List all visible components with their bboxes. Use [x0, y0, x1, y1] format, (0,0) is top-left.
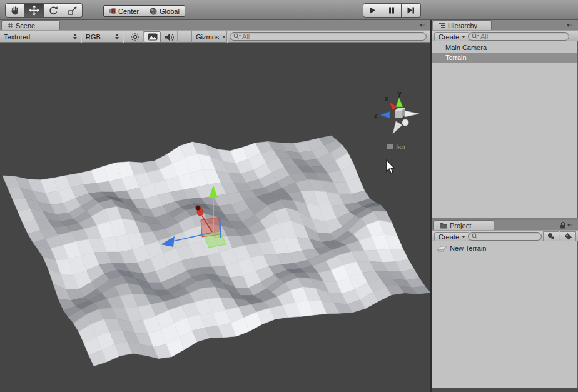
scene-tab[interactable]: Scene	[1, 20, 60, 30]
svg-text:x: x	[385, 95, 388, 102]
search-icon	[472, 33, 479, 39]
scene-view-toolbar: Textured RGB Gizmos	[0, 30, 430, 43]
main-toolbar: Center Global	[0, 0, 578, 20]
hierarchy-tab[interactable]: Hierarchy	[433, 20, 492, 30]
globe-icon	[150, 8, 157, 15]
caret-down-icon	[222, 36, 226, 38]
unity-editor-window: Center Global	[0, 0, 578, 392]
move-tool-button[interactable]	[24, 3, 44, 18]
mouse-cursor	[386, 159, 395, 174]
pause-button[interactable]	[382, 3, 402, 18]
projection-mode-indicator[interactable]: Iso	[387, 143, 405, 151]
grid-icon	[8, 23, 13, 28]
projection-mode-label: Iso	[396, 143, 405, 151]
hierarchy-content: Main Camera Terrain	[432, 41, 578, 218]
move-icon	[29, 5, 39, 16]
hierarchy-toolbar: Create All	[432, 30, 578, 41]
hand-tool-button[interactable]	[5, 3, 24, 18]
gizmos-label: Gizmos	[196, 33, 219, 41]
scale-icon	[68, 6, 78, 16]
pause-icon	[388, 7, 395, 14]
project-panel-menu-icon[interactable]: ▾≡	[567, 222, 572, 228]
sun-icon	[131, 33, 139, 41]
hierarchy-create-button[interactable]: Create	[434, 32, 470, 41]
label-tag-icon	[564, 233, 572, 241]
lock-icon[interactable]	[560, 222, 566, 229]
hand-icon	[10, 6, 19, 16]
scene-viewport[interactable]: yxz Iso	[0, 43, 430, 392]
scene-tabstrip: Scene ▾≡	[0, 20, 430, 30]
caret-down-icon	[462, 236, 465, 238]
terrain-asset-icon	[437, 245, 447, 252]
scale-tool-button[interactable]	[63, 3, 83, 18]
hierarchy-list-icon	[439, 23, 445, 28]
hierarchy-search-value: All	[480, 33, 488, 40]
dropdown-arrows-icon	[73, 34, 77, 39]
hierarchy-create-label: Create	[439, 33, 459, 41]
scene-tab-label: Scene	[16, 22, 35, 29]
search-by-type-icon	[547, 233, 555, 240]
caret-down-icon	[462, 36, 465, 38]
folder-icon	[440, 223, 447, 229]
dropdown-arrows-icon	[115, 34, 119, 39]
color-channel-dropdown[interactable]: RGB	[82, 31, 123, 43]
search-icon	[472, 233, 478, 239]
search-icon	[233, 33, 241, 39]
gizmos-dropdown[interactable]: Gizmos	[191, 31, 227, 43]
scene-panel-menu-icon[interactable]: ▾≡	[420, 22, 425, 28]
terrain-mesh[interactable]	[0, 43, 430, 392]
handle-global-button[interactable]: Global	[144, 5, 185, 17]
window-bottom-edge	[432, 388, 578, 392]
hierarchy-item-terrain[interactable]: Terrain	[432, 53, 577, 63]
project-item-label: New Terrain	[450, 244, 487, 252]
hierarchy-item-main-camera[interactable]: Main Camera	[432, 43, 577, 53]
scene-lighting-toggle[interactable]	[127, 31, 144, 43]
pivot-icon	[109, 8, 116, 14]
pivot-center-label: Center	[118, 8, 139, 15]
scene-overlay-toggle[interactable]	[144, 31, 161, 43]
iso-lines-icon	[387, 144, 393, 149]
hierarchy-item-label: Main Camera	[445, 44, 487, 51]
svg-text:z: z	[374, 112, 377, 119]
scene-search-field[interactable]: All	[230, 32, 427, 41]
pivot-orientation-group: Center Global	[103, 5, 185, 17]
hierarchy-search-field[interactable]: All	[468, 32, 569, 41]
render-mode-dropdown[interactable]: Textured	[0, 31, 81, 43]
speaker-icon	[165, 33, 174, 41]
project-tab-label: Project	[450, 222, 471, 229]
handle-global-label: Global	[160, 8, 180, 15]
color-channel-value: RGB	[86, 33, 101, 41]
image-icon	[148, 33, 158, 41]
play-icon	[369, 7, 376, 14]
step-icon	[407, 7, 415, 14]
hierarchy-item-label: Terrain	[445, 54, 467, 61]
play-controls-group	[363, 3, 421, 18]
project-search-field[interactable]	[468, 232, 542, 241]
search-by-label-button[interactable]	[560, 231, 576, 241]
project-create-button[interactable]: Create	[434, 232, 470, 241]
transform-tools-group	[5, 3, 83, 18]
hierarchy-panel-menu-icon[interactable]: ▾≡	[567, 22, 572, 28]
project-item-new-terrain[interactable]: New Terrain	[432, 243, 577, 253]
project-tabstrip: Project ▾≡	[432, 220, 578, 230]
play-button[interactable]	[363, 3, 382, 18]
rotate-icon	[48, 6, 58, 16]
project-create-label: Create	[439, 233, 459, 241]
hierarchy-tab-label: Hierarchy	[448, 22, 477, 29]
project-tab[interactable]: Project	[434, 220, 494, 230]
render-mode-value: Textured	[4, 33, 30, 41]
project-content: New Terrain	[432, 241, 578, 388]
search-by-type-button[interactable]	[543, 231, 559, 241]
scene-audio-toggle[interactable]	[161, 31, 178, 43]
step-button[interactable]	[402, 3, 421, 18]
svg-text:y: y	[398, 90, 402, 97]
hierarchy-tabstrip: Hierarchy ▾≡	[432, 20, 578, 30]
project-toolbar: Create	[432, 230, 578, 241]
rotate-tool-button[interactable]	[44, 3, 63, 18]
pivot-center-button[interactable]: Center	[103, 5, 144, 17]
scene-search-value: All	[242, 33, 250, 40]
